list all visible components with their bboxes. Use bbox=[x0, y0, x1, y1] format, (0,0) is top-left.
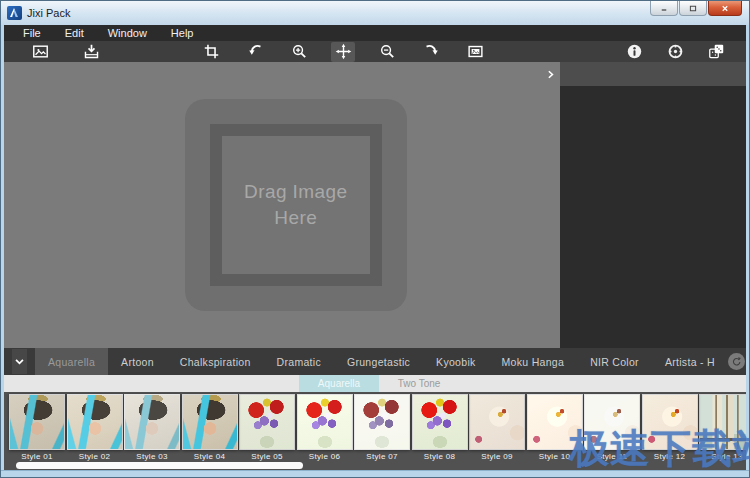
category-tab-aquarella[interactable]: Aquarella bbox=[35, 348, 108, 375]
close-button[interactable] bbox=[708, 1, 742, 16]
category-tab-grungetastic[interactable]: Grungetastic bbox=[334, 348, 423, 375]
right-panel-header bbox=[560, 62, 747, 86]
scrollbar-thumb[interactable] bbox=[16, 462, 303, 469]
style-item[interactable]: Style 08 bbox=[412, 394, 468, 461]
redo-button[interactable] bbox=[419, 42, 443, 62]
style-label: Style 12 bbox=[654, 452, 685, 461]
style-label: Style 09 bbox=[481, 452, 512, 461]
category-tab-kyoobik[interactable]: Kyoobik bbox=[423, 348, 488, 375]
chevron-down-icon bbox=[12, 354, 27, 369]
category-tab-artoon[interactable]: Artoon bbox=[108, 348, 167, 375]
window-bottom-border bbox=[1, 470, 749, 477]
import-image-icon bbox=[83, 43, 100, 60]
category-tab-bar: AquarellaArtoonChalkspirationDramaticGru… bbox=[4, 348, 746, 375]
randomize-button[interactable] bbox=[728, 353, 745, 370]
info-button[interactable] bbox=[622, 42, 646, 62]
title-bar[interactable]: Jixi Pack bbox=[1, 1, 749, 25]
style-thumbnail[interactable] bbox=[642, 394, 698, 450]
style-thumbnail[interactable] bbox=[469, 394, 525, 450]
sub-tab-aquarella[interactable]: Aquarella bbox=[299, 375, 379, 392]
style-label: Style 01 bbox=[21, 452, 52, 461]
style-item[interactable]: Style 09 bbox=[469, 394, 525, 461]
style-thumbnail[interactable] bbox=[584, 394, 640, 450]
dice-icon bbox=[708, 43, 725, 60]
style-item[interactable]: Style 01 bbox=[9, 394, 65, 461]
style-thumbnail[interactable] bbox=[124, 394, 180, 450]
menu-bar: FileEditWindowHelp bbox=[4, 25, 746, 41]
style-label: Style 03 bbox=[136, 452, 167, 461]
sub-tab-two-tone[interactable]: Two Tone bbox=[379, 375, 459, 392]
crop-button[interactable] bbox=[199, 42, 223, 62]
window-controls bbox=[649, 1, 742, 16]
style-thumbnail[interactable] bbox=[412, 394, 468, 450]
menu-edit[interactable]: Edit bbox=[53, 25, 96, 41]
style-label: Style 05 bbox=[251, 452, 282, 461]
maximize-button[interactable] bbox=[679, 1, 707, 16]
dropzone-text: Drag Image Here bbox=[233, 179, 358, 230]
window-title: Jixi Pack bbox=[27, 7, 70, 19]
style-thumbnail[interactable] bbox=[239, 394, 295, 450]
style-thumbnail[interactable] bbox=[527, 394, 583, 450]
style-label: Style 02 bbox=[79, 452, 110, 461]
category-tab-dramatic[interactable]: Dramatic bbox=[264, 348, 334, 375]
dice-button[interactable] bbox=[704, 42, 728, 62]
style-item[interactable]: Style 03 bbox=[124, 394, 180, 461]
category-tab-nir-color[interactable]: NIR Color bbox=[577, 348, 652, 375]
style-thumbnail[interactable] bbox=[67, 394, 123, 450]
category-tab-artista-h[interactable]: Artista - H bbox=[652, 348, 728, 375]
info-icon bbox=[626, 43, 643, 60]
tab-actions bbox=[728, 348, 750, 375]
image-dropzone[interactable]: Drag Image Here bbox=[185, 99, 407, 311]
app-logo-icon bbox=[7, 6, 22, 20]
target-icon bbox=[667, 43, 684, 60]
style-item[interactable]: Style 06 bbox=[297, 394, 353, 461]
target-button[interactable] bbox=[663, 42, 687, 62]
move-icon bbox=[335, 43, 352, 60]
style-item[interactable]: Style 12 bbox=[642, 394, 698, 461]
crop-icon bbox=[203, 43, 220, 60]
sub-tab-bar: AquarellaTwo Tone bbox=[4, 375, 746, 392]
minimize-button[interactable] bbox=[650, 1, 678, 16]
zoom-out-button[interactable] bbox=[375, 42, 399, 62]
style-item[interactable]: Style 04 bbox=[182, 394, 238, 461]
style-thumbnail[interactable] bbox=[182, 394, 238, 450]
move-button[interactable] bbox=[331, 42, 355, 62]
menu-window[interactable]: Window bbox=[96, 25, 159, 41]
style-label: Style 10 bbox=[539, 452, 570, 461]
style-label: Style 11 bbox=[597, 452, 628, 461]
menu-help[interactable]: Help bbox=[159, 25, 206, 41]
canvas-area: Drag Image Here bbox=[4, 62, 560, 348]
import-image-button[interactable] bbox=[79, 42, 103, 62]
style-item[interactable]: Style 02 bbox=[67, 394, 123, 461]
category-tab-chalkspiration[interactable]: Chalkspiration bbox=[167, 348, 264, 375]
toolbar-file-group bbox=[28, 42, 103, 62]
preview-icon bbox=[467, 43, 484, 60]
sub-tab-spacer bbox=[4, 375, 299, 392]
style-label: Style 06 bbox=[309, 452, 340, 461]
expand-panel-button[interactable] bbox=[543, 65, 559, 83]
style-film-strip: Style 01Style 02Style 03Style 04Style 05… bbox=[4, 392, 746, 461]
style-item[interactable]: Style 10 bbox=[527, 394, 583, 461]
preview-button[interactable] bbox=[463, 42, 487, 62]
style-thumbnail[interactable] bbox=[699, 394, 746, 450]
redo-icon bbox=[423, 43, 440, 60]
open-image-icon bbox=[32, 43, 49, 60]
open-image-button[interactable] bbox=[28, 42, 52, 62]
chevron-right-icon bbox=[544, 68, 557, 81]
style-item[interactable]: Style 11 bbox=[584, 394, 640, 461]
style-thumbnail[interactable] bbox=[297, 394, 353, 450]
style-label: Style 13 bbox=[711, 452, 742, 461]
style-thumbnail[interactable] bbox=[9, 394, 65, 450]
menu-file[interactable]: File bbox=[11, 25, 53, 41]
film-strip-scrollbar bbox=[4, 461, 746, 470]
zoom-in-icon bbox=[291, 43, 308, 60]
zoom-in-button[interactable] bbox=[287, 42, 311, 62]
undo-button[interactable] bbox=[243, 42, 267, 62]
style-item[interactable]: Style 05 bbox=[239, 394, 295, 461]
style-thumbnail[interactable] bbox=[354, 394, 410, 450]
style-item[interactable]: Style 13 bbox=[699, 394, 746, 461]
category-tab-moku-hanga[interactable]: Moku Hanga bbox=[489, 348, 578, 375]
collapse-strip-button[interactable] bbox=[12, 349, 27, 374]
right-panel bbox=[560, 62, 747, 348]
style-item[interactable]: Style 07 bbox=[354, 394, 410, 461]
